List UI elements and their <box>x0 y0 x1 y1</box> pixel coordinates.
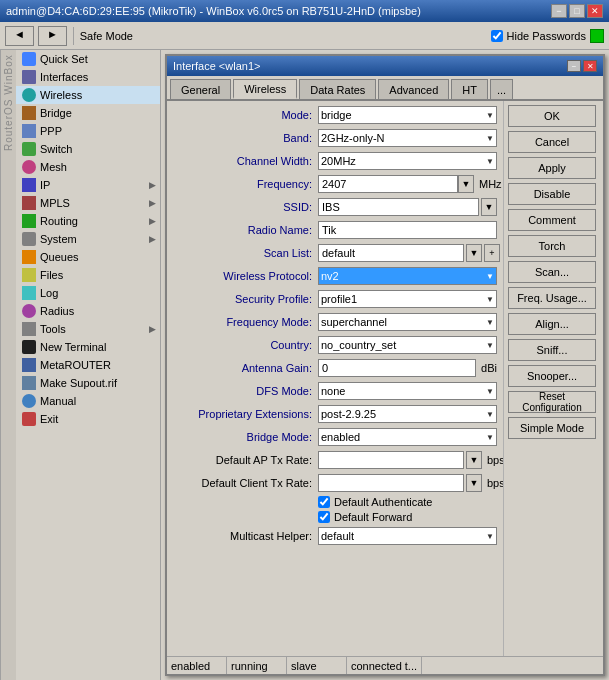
dialog-minimize-button[interactable]: − <box>567 60 581 72</box>
sidebar-item-tools[interactable]: Tools ▶ <box>16 320 160 338</box>
sidebar-item-metarouter[interactable]: MetaROUTER <box>16 356 160 374</box>
mode-dropdown[interactable]: bridge ▼ <box>318 106 497 124</box>
tab-more[interactable]: ... <box>490 79 513 99</box>
reset-configuration-button[interactable]: Reset Configuration <box>508 391 596 413</box>
wireless-protocol-row: Wireless Protocol: nv2 ▼ <box>173 266 497 286</box>
sidebar-label-log: Log <box>40 287 156 299</box>
sidebar-item-mesh[interactable]: Mesh <box>16 158 160 176</box>
frequency-dropdown-btn[interactable]: ▼ <box>458 175 474 193</box>
sidebar-item-queues[interactable]: Queues <box>16 248 160 266</box>
sidebar-label-ppp: PPP <box>40 125 156 137</box>
frequency-input[interactable]: 2407 <box>318 175 458 193</box>
frequency-mode-dropdown[interactable]: superchannel ▼ <box>318 313 497 331</box>
channel-width-dropdown[interactable]: 20MHz ▼ <box>318 152 497 170</box>
status-cell-running: running <box>227 657 287 674</box>
metarouter-icon <box>22 358 36 372</box>
proprietary-extensions-row: Proprietary Extensions: post-2.9.25 ▼ <box>173 404 497 424</box>
bridge-mode-dropdown[interactable]: enabled ▼ <box>318 428 497 446</box>
apply-button[interactable]: Apply <box>508 157 596 179</box>
security-profile-value: profile1 <box>321 293 357 305</box>
dfs-mode-dropdown[interactable]: none ▼ <box>318 382 497 400</box>
exit-icon <box>22 412 36 426</box>
sidebar-item-switch[interactable]: Switch <box>16 140 160 158</box>
simple-mode-button[interactable]: Simple Mode <box>508 417 596 439</box>
sidebar-item-wireless[interactable]: Wireless <box>16 86 160 104</box>
disable-button[interactable]: Disable <box>508 183 596 205</box>
scan-list-input[interactable]: default <box>318 244 464 262</box>
sidebar-item-quick-set[interactable]: Quick Set <box>16 50 160 68</box>
comment-button[interactable]: Comment <box>508 209 596 231</box>
radio-name-control: Tik <box>318 221 497 239</box>
ip-arrow-icon: ▶ <box>149 180 156 190</box>
forward-button[interactable]: ► <box>38 26 67 46</box>
tab-ht[interactable]: HT <box>451 79 488 99</box>
sidebar-item-interfaces[interactable]: Interfaces <box>16 68 160 86</box>
country-dropdown[interactable]: no_country_set ▼ <box>318 336 497 354</box>
default-ap-tx-rate-input[interactable] <box>318 451 464 469</box>
scan-list-dropdown-btn[interactable]: ▼ <box>466 244 482 262</box>
frequency-mode-row: Frequency Mode: superchannel ▼ <box>173 312 497 332</box>
align-button[interactable]: Align... <box>508 313 596 335</box>
tab-data-rates[interactable]: Data Rates <box>299 79 376 99</box>
main-layout: RouterOS WinBox Quick Set Interfaces Wir… <box>0 50 609 680</box>
sidebar-item-routing[interactable]: Routing ▶ <box>16 212 160 230</box>
hide-passwords-checkbox[interactable] <box>491 30 503 42</box>
default-client-tx-rate-input[interactable] <box>318 474 464 492</box>
radio-name-input[interactable]: Tik <box>318 221 497 239</box>
wireless-protocol-dropdown[interactable]: nv2 ▼ <box>318 267 497 285</box>
new-terminal-icon <box>22 340 36 354</box>
default-client-tx-rate-dropdown-btn[interactable]: ▼ <box>466 474 482 492</box>
sidebar-item-bridge[interactable]: Bridge <box>16 104 160 122</box>
tab-general[interactable]: General <box>170 79 231 99</box>
torch-button[interactable]: Torch <box>508 235 596 257</box>
frequency-unit: MHz <box>479 178 502 190</box>
frequency-mode-value: superchannel <box>321 316 387 328</box>
default-forward-checkbox[interactable] <box>318 511 330 523</box>
ssid-dropdown-btn[interactable]: ▼ <box>481 198 497 216</box>
multicast-helper-dropdown[interactable]: default ▼ <box>318 527 497 545</box>
sidebar-item-exit[interactable]: Exit <box>16 410 160 428</box>
dialog-title-bar: Interface <wlan1> − ✕ <box>167 56 603 76</box>
sidebar-item-new-terminal[interactable]: New Terminal <box>16 338 160 356</box>
ok-button[interactable]: OK <box>508 105 596 127</box>
band-dropdown[interactable]: 2GHz-only-N ▼ <box>318 129 497 147</box>
sidebar-item-manual[interactable]: Manual <box>16 392 160 410</box>
proprietary-extensions-dropdown[interactable]: post-2.9.25 ▼ <box>318 405 497 423</box>
security-profile-dropdown[interactable]: profile1 ▼ <box>318 290 497 308</box>
band-control: 2GHz-only-N ▼ <box>318 129 497 147</box>
sidebar-label-bridge: Bridge <box>40 107 156 119</box>
sidebar-item-mpls[interactable]: MPLS ▶ <box>16 194 160 212</box>
ssid-input[interactable] <box>318 198 479 216</box>
sidebar-item-files[interactable]: Files <box>16 266 160 284</box>
multicast-helper-label: Multicast Helper: <box>173 530 318 542</box>
toolbar-separator <box>73 27 74 45</box>
sidebar-item-radius[interactable]: Radius <box>16 302 160 320</box>
system-arrow-icon: ▶ <box>149 234 156 244</box>
freq-usage-button[interactable]: Freq. Usage... <box>508 287 596 309</box>
tab-advanced[interactable]: Advanced <box>378 79 449 99</box>
sidebar-item-log[interactable]: Log <box>16 284 160 302</box>
maximize-button[interactable]: □ <box>569 4 585 18</box>
sidebar-label-ip: IP <box>40 179 145 191</box>
snooper-button[interactable]: Snooper... <box>508 365 596 387</box>
default-ap-tx-rate-dropdown-btn[interactable]: ▼ <box>466 451 482 469</box>
back-button[interactable]: ◄ <box>5 26 34 46</box>
minimize-button[interactable]: − <box>551 4 567 18</box>
sidebar-item-system[interactable]: System ▶ <box>16 230 160 248</box>
scan-list-add-btn[interactable]: + <box>484 244 500 262</box>
wireless-protocol-label: Wireless Protocol: <box>173 270 318 282</box>
cancel-button[interactable]: Cancel <box>508 131 596 153</box>
sidebar-item-ppp[interactable]: PPP <box>16 122 160 140</box>
wireless-protocol-arrow-icon: ▼ <box>486 272 494 281</box>
sniff-button[interactable]: Sniff... <box>508 339 596 361</box>
antenna-gain-input[interactable]: 0 <box>318 359 476 377</box>
sidebar-item-ip[interactable]: IP ▶ <box>16 176 160 194</box>
sidebar-item-make-supout[interactable]: Make Supout.rif <box>16 374 160 392</box>
connection-status-indicator <box>590 29 604 43</box>
close-window-button[interactable]: ✕ <box>587 4 603 18</box>
dialog-close-button[interactable]: ✕ <box>583 60 597 72</box>
tab-wireless[interactable]: Wireless <box>233 79 297 99</box>
title-bar-controls: − □ ✕ <box>551 4 603 18</box>
default-authenticate-checkbox[interactable] <box>318 496 330 508</box>
scan-button[interactable]: Scan... <box>508 261 596 283</box>
